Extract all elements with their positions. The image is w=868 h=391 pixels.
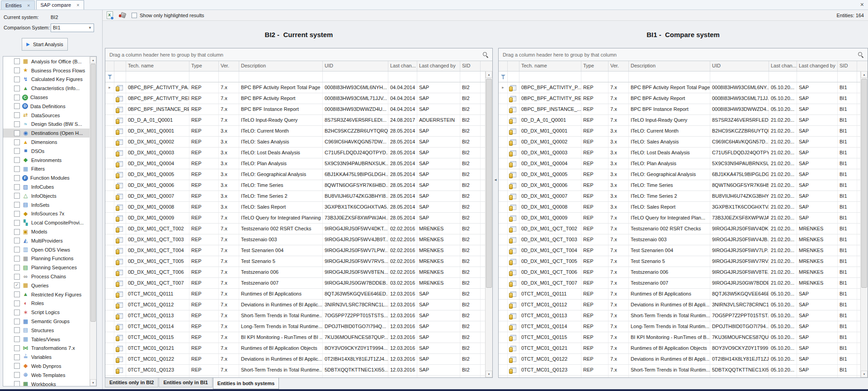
sidebar-item-datasources[interactable]: ⇄DataSources xyxy=(3,111,90,120)
filter-cell[interactable] xyxy=(323,72,388,82)
vertical-scrollbar[interactable]: ▲ ▼ xyxy=(860,71,868,377)
scrollbar-thumb[interactable] xyxy=(861,79,867,288)
filter-cell[interactable] xyxy=(581,72,609,82)
show-only-highlighted-toggle[interactable]: Show only highlighted results xyxy=(132,13,204,18)
filter-cell[interactable] xyxy=(499,72,508,82)
checkbox[interactable] xyxy=(14,193,20,199)
column-header-type[interactable]: Type xyxy=(189,61,219,71)
table-row[interactable]: 0BPC_BPF_ACTIVITY_REPREP7.xBPC BPF Activ… xyxy=(499,93,868,104)
expand-arrow-icon[interactable]: ▸ xyxy=(499,82,508,93)
filter-cell[interactable] xyxy=(609,72,629,82)
table-row[interactable]: 0D_DX_M01_Q0006REP3.xITeLO: Time Series8… xyxy=(499,180,868,191)
checkbox[interactable] xyxy=(14,363,20,369)
group-by-bar[interactable]: Drag a column header here to group by th… xyxy=(499,48,868,61)
filter-cell[interactable] xyxy=(239,72,323,82)
column-header-tech-name[interactable]: Tech. name xyxy=(126,61,189,71)
sidebar-item-function-modules[interactable]: FFunction Modules xyxy=(3,173,90,182)
sidebar-item-planning-functions[interactable]: ▦Planning Functions xyxy=(3,254,90,263)
checkbox[interactable] xyxy=(14,327,20,333)
table-row[interactable]: 0D_DX_M01_Q0003REP3.xITeLO: Lost Deals A… xyxy=(499,148,868,158)
table-row[interactable]: 0TCT_MC01_Q0124REP7.xLong-Term Trends in… xyxy=(105,376,492,377)
checkbox[interactable] xyxy=(14,274,20,280)
table-row[interactable]: 0BPC_BPF_ACTIVITY_REPREP7.xBPC BPF Activ… xyxy=(105,93,492,104)
sidebar-item-environments[interactable]: ◆Environments xyxy=(3,156,90,165)
sidebar-item-web-dynpros[interactable]: ◆Web Dynpros xyxy=(3,362,90,371)
checkbox[interactable] xyxy=(14,211,20,217)
sidebar-item-multiproviders[interactable]: ◭MultiProviders xyxy=(3,236,90,245)
table-row[interactable]: 0TCT_MC01_Q0113REP7.xShort-Term Trends i… xyxy=(499,310,868,321)
checkbox[interactable] xyxy=(14,354,20,360)
filter-cell[interactable] xyxy=(126,72,189,82)
scroll-up-icon[interactable]: ▲ xyxy=(486,71,492,78)
table-row[interactable]: 0D_DX_M01_Q0007REP3.xITeLO: Time Series … xyxy=(499,191,868,202)
checkbox[interactable] xyxy=(14,86,20,91)
filter-cell[interactable] xyxy=(219,72,239,82)
grid-splitter[interactable]: ◄ xyxy=(493,21,498,378)
close-icon[interactable]: × xyxy=(76,3,79,7)
table-row[interactable]: 0TCT_MC01_Q0113REP7.xShort-Term Trends i… xyxy=(105,310,492,321)
vertical-scrollbar[interactable]: ▲ ▼ xyxy=(485,71,492,377)
checkbox[interactable] xyxy=(14,157,20,163)
close-icon[interactable]: × xyxy=(27,3,30,8)
sidebar-item-classes[interactable]: CClasses xyxy=(3,93,90,102)
checkbox[interactable] xyxy=(14,220,20,226)
filter-cell[interactable] xyxy=(838,72,857,82)
checkbox[interactable] xyxy=(14,256,20,262)
sidebar-item-workbooks[interactable]: ▦Workbooks xyxy=(3,380,90,386)
sidebar-item-web-templates[interactable]: ⊕Web Templates xyxy=(3,371,90,380)
sidebar-item-structures[interactable]: ▤Structures xyxy=(3,326,90,335)
table-row[interactable]: 0D_DX_M01_Q0003REP3.xITeLO: Lost Deals A… xyxy=(105,148,492,158)
checkbox[interactable] xyxy=(14,166,20,172)
checkbox[interactable] xyxy=(14,103,20,109)
sidebar-item-restricted-key-figures[interactable]: ▲Restricted Key Figures xyxy=(3,290,90,299)
paint-highlight-icon[interactable] xyxy=(119,12,126,18)
table-row[interactable]: 0TCT_MC01_Q0122REP7.xDeviations in Runti… xyxy=(499,354,868,365)
table-row[interactable]: 0D_DX_M01_Q0009REP7.xITeLO Query for Int… xyxy=(499,213,868,224)
column-header-last-changed-by[interactable]: Last changed by xyxy=(417,61,460,71)
table-row[interactable]: 0D_DX_M01_Q0007REP3.xITeLO: Time Series … xyxy=(105,191,492,202)
checkbox[interactable] xyxy=(14,238,20,243)
checkbox[interactable] xyxy=(14,372,20,378)
table-row[interactable]: 0D_DX_M01_Q0001REP3.xITeLO: Current Mont… xyxy=(499,126,868,137)
checkbox[interactable] xyxy=(14,310,20,315)
checkbox[interactable] xyxy=(14,300,20,306)
checkbox[interactable] xyxy=(14,67,20,73)
checkbox[interactable] xyxy=(14,148,20,154)
table-row[interactable]: 0D_DX_M01_Q0008REP3.xITeLO: Sales Report… xyxy=(499,202,868,213)
filter-cell[interactable] xyxy=(710,72,769,82)
filter-cell[interactable] xyxy=(105,72,114,82)
tab-entities-only-bi1[interactable]: Entities only in BI1 xyxy=(159,378,212,387)
table-row[interactable]: 0TCT_MC01_Q0111REP7.xRuntimes of BI Appl… xyxy=(499,289,868,300)
table-row[interactable]: 0D_DX_M01_QCT_T007REP7.xTestszenario 007… xyxy=(499,278,868,289)
sidebar-item-dimensions[interactable]: ▲Dimensions xyxy=(3,138,90,147)
sidebar-item-design-studio-bw-s[interactable]: ≈Design Studio (BW S... xyxy=(3,120,90,129)
checkbox[interactable] xyxy=(14,345,20,351)
column-header-description[interactable]: Description xyxy=(629,61,710,71)
column-header-last-chan[interactable]: Last chan... xyxy=(769,61,797,71)
table-row[interactable]: 0D_DX_M01_Q0005REP3.xITeLO: Geographical… xyxy=(105,169,492,180)
filter-funnel-icon[interactable] xyxy=(108,75,112,79)
column-header-last-changed-by[interactable]: Last changed by xyxy=(797,61,838,71)
filter-cell[interactable] xyxy=(460,72,481,82)
sidebar-item-destinations-open-h[interactable]: ◉Destinations (Open H... xyxy=(3,129,90,138)
checkbox[interactable] xyxy=(14,265,20,271)
table-row[interactable]: 0TCT_MC01_Q0122REP7.xDeviations in Runti… xyxy=(105,354,492,365)
column-header-tech-name[interactable]: Tech. name xyxy=(519,61,581,71)
filter-funnel-icon[interactable] xyxy=(501,75,505,79)
table-row[interactable]: 0D_DX_M01_QCT_T004REP7.xTest Szenarien 0… xyxy=(499,245,868,256)
column-header-ver[interactable]: Ver. xyxy=(219,61,239,71)
sidebar-item-roles[interactable]: ◐Roles xyxy=(3,299,90,308)
table-row[interactable]: 0D_DX_M01_QCT_T002REP7.xTestszenario 002… xyxy=(105,224,492,234)
table-row[interactable]: 0D_DX_M01_QCT_T004REP7.xTest Szenarien 0… xyxy=(105,245,492,256)
sidebar-item-infosources-7x[interactable]: ◆InfoSources 7x xyxy=(3,210,90,219)
table-row[interactable]: ▸0BPC_BPF_ACTIVITY_PA...REP7.xBPC BPF Ac… xyxy=(105,82,492,93)
table-row[interactable]: 0TCT_MC01_Q0124REP7.xLong-Term Trends in… xyxy=(499,376,868,377)
sidebar-item-dsos[interactable]: ■DSOs xyxy=(3,147,90,156)
table-row[interactable]: 0D_DX_M01_Q0002REP3.xITeLO: Sales Analys… xyxy=(499,137,868,148)
table-row[interactable]: 0TCT_MC01_Q0114REP7.xLong-Term Trends in… xyxy=(105,321,492,332)
scroll-up-icon[interactable]: ▲ xyxy=(90,57,96,63)
collapse-left-icon[interactable]: ◄ xyxy=(494,178,497,182)
column-header-description[interactable]: Description xyxy=(239,61,323,71)
comparison-system-select[interactable]: BI1 ▼ xyxy=(51,24,94,32)
sidebar-item-queries[interactable]: ✓▦Queries xyxy=(3,281,90,290)
